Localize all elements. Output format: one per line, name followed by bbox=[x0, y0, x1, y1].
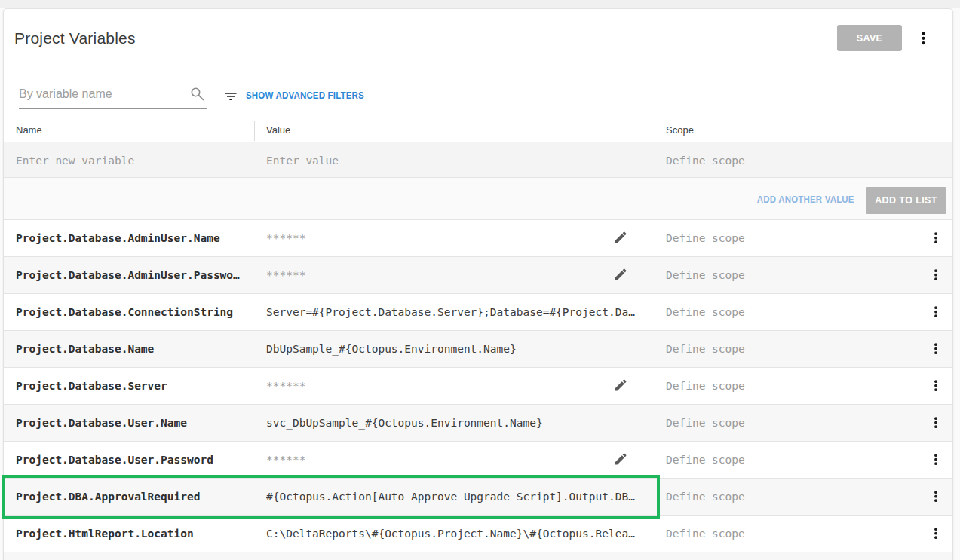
define-scope-cell[interactable]: Define scope bbox=[666, 405, 892, 441]
variable-value-cell: #{Octopus.Action[Auto Approve Upgrade Sc… bbox=[266, 479, 645, 515]
page-title: Project Variables bbox=[14, 29, 136, 47]
variable-value-cell: ****** bbox=[266, 442, 645, 478]
new-variable-row: Enter new variable Enter value Define sc… bbox=[4, 142, 952, 178]
define-scope-cell[interactable]: Define scope bbox=[666, 220, 892, 256]
table-row[interactable]: Project.Database.AdminUser.Name ****** D… bbox=[4, 220, 952, 257]
search-input[interactable] bbox=[19, 82, 207, 109]
variable-value-cell: svc_DbUpSample_#{Octopus.Environment.Nam… bbox=[266, 405, 645, 441]
next-row-partial bbox=[4, 552, 952, 560]
column-header-scope: Scope bbox=[666, 118, 694, 142]
define-scope-cell[interactable]: Define scope bbox=[666, 331, 892, 367]
pencil-icon bbox=[613, 378, 628, 393]
column-header-value: Value bbox=[266, 118, 290, 142]
variable-name-cell: Project.DBA.ApprovalRequired bbox=[16, 479, 255, 515]
row-overflow-menu-icon[interactable] bbox=[927, 410, 946, 436]
define-scope-cell[interactable]: Define scope bbox=[666, 442, 892, 478]
column-divider bbox=[655, 121, 655, 141]
define-scope-cell[interactable]: Define scope bbox=[666, 257, 892, 293]
pencil-icon bbox=[613, 230, 628, 245]
row-overflow-menu-icon[interactable] bbox=[927, 521, 946, 546]
edit-value-icon[interactable] bbox=[610, 264, 631, 285]
row-overflow-menu-icon[interactable] bbox=[927, 447, 946, 473]
save-button[interactable]: SAVE bbox=[837, 25, 902, 51]
row-overflow-menu-icon[interactable] bbox=[927, 225, 946, 251]
table-row[interactable]: Project.Database.User.Name svc_DbUpSampl… bbox=[4, 405, 952, 442]
row-overflow-menu-icon[interactable] bbox=[927, 373, 946, 399]
table-row[interactable]: Project.Database.AdminUser.Passwo… *****… bbox=[4, 257, 952, 294]
row-overflow-menu-icon[interactable] bbox=[927, 484, 946, 510]
variable-value-cell: ****** bbox=[266, 368, 645, 404]
variable-name-cell: Project.Database.User.Name bbox=[16, 405, 255, 441]
variable-name-cell: Project.Database.AdminUser.Name bbox=[16, 220, 255, 256]
define-scope-cell[interactable]: Define scope bbox=[666, 368, 892, 404]
kebab-menu-icon bbox=[910, 22, 931, 55]
row-overflow-menu-icon[interactable] bbox=[927, 262, 946, 288]
table-row[interactable]: Project.HtmlReport.Location C:\DeltaRepo… bbox=[4, 516, 952, 552]
define-scope-cell[interactable]: Define scope bbox=[666, 479, 892, 515]
edit-value-icon[interactable] bbox=[610, 375, 631, 396]
table-row[interactable]: Project.Database.User.Password ****** De… bbox=[4, 442, 952, 479]
add-another-value-button[interactable]: ADD ANOTHER VALUE bbox=[757, 194, 854, 205]
variable-name-cell: Project.Database.ConnectionString bbox=[16, 294, 255, 330]
show-advanced-filters-link[interactable]: SHOW ADVANCED FILTERS bbox=[246, 87, 364, 104]
variable-name-cell: Project.Database.Server bbox=[16, 368, 255, 404]
variable-name-cell: Project.Database.Name bbox=[16, 331, 255, 367]
edit-value-icon[interactable] bbox=[610, 448, 631, 470]
define-scope-cell[interactable]: Define scope bbox=[666, 294, 892, 330]
variable-value-cell: ****** bbox=[266, 257, 645, 293]
new-variable-actions-row: ADD ANOTHER VALUE ADD TO LIST bbox=[4, 178, 952, 220]
project-variables-card: Project Variables SAVE SHOW ADVANCED FIL… bbox=[3, 8, 953, 560]
variable-value-cell: Server=#{Project.Database.Server};Databa… bbox=[266, 294, 645, 330]
column-divider bbox=[254, 121, 255, 141]
table-row[interactable]: Project.Database.ConnectionString Server… bbox=[4, 294, 952, 331]
edit-value-icon[interactable] bbox=[610, 227, 631, 248]
column-header-name: Name bbox=[16, 118, 42, 142]
new-variable-value-field[interactable]: Enter value bbox=[266, 144, 339, 178]
table-header: Name Value Scope bbox=[4, 118, 952, 142]
filter-icon[interactable] bbox=[223, 89, 238, 107]
pencil-icon bbox=[613, 451, 628, 467]
variable-name-cell: Project.HtmlReport.Location bbox=[16, 516, 255, 552]
new-variable-name-field[interactable]: Enter new variable bbox=[16, 144, 134, 178]
variable-value-cell: C:\DeltaReports\#{Octopus.Project.Name}\… bbox=[266, 516, 645, 552]
table-row[interactable]: Project.Database.Name DbUpSample_#{Octop… bbox=[4, 331, 952, 368]
search-icon bbox=[188, 87, 206, 109]
header-overflow-menu-icon[interactable] bbox=[910, 22, 931, 55]
pencil-icon bbox=[613, 267, 628, 282]
variable-name-cell: Project.Database.AdminUser.Passwo… bbox=[16, 257, 255, 293]
page: { "page": { "title": "Project Variables"… bbox=[0, 0, 960, 560]
table-row[interactable]: Project.Database.Server ****** Define sc… bbox=[4, 368, 952, 405]
define-scope-cell[interactable]: Define scope bbox=[666, 516, 892, 552]
table-row[interactable]: Project.DBA.ApprovalRequired #{Octopus.A… bbox=[4, 479, 952, 516]
add-to-list-button[interactable]: ADD TO LIST bbox=[866, 187, 946, 214]
variable-value-cell: DbUpSample_#{Octopus.Environment.Name} bbox=[266, 331, 645, 367]
top-background-band bbox=[0, 0, 960, 8]
row-overflow-menu-icon[interactable] bbox=[927, 299, 946, 325]
new-variable-scope-field[interactable]: Define scope bbox=[666, 144, 745, 178]
variables-table: Name Value Scope Enter new variable Ente… bbox=[4, 118, 952, 560]
variable-name-cell: Project.Database.User.Password bbox=[16, 442, 255, 478]
variable-value-cell: ****** bbox=[266, 220, 645, 256]
row-overflow-menu-icon[interactable] bbox=[927, 336, 946, 362]
variable-rows: Project.Database.AdminUser.Name ****** D… bbox=[4, 220, 952, 552]
